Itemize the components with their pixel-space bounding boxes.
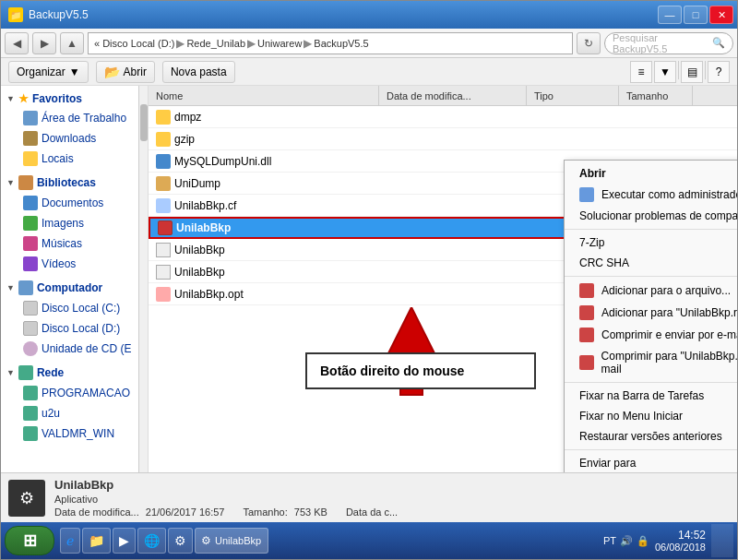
- col-header-size[interactable]: Tamanho: [619, 86, 693, 105]
- new-folder-button[interactable]: Nova pasta: [162, 61, 235, 83]
- file-row[interactable]: gzip: [149, 128, 737, 150]
- taskbar-right: PT 🔊 🔒 14:52 06/08/2018: [603, 524, 733, 557]
- back-button[interactable]: ◀: [5, 32, 29, 54]
- ctx-item-fixar-tarefas[interactable]: Fixar na Barra de Tarefas: [565, 386, 737, 406]
- sidebar-scrollbar[interactable]: [138, 86, 148, 472]
- sidebar-item-u2u[interactable]: u2u: [1, 403, 148, 423]
- context-menu: Abrir Executar como administrador Soluci…: [564, 160, 737, 472]
- programacao-label: PROGRAMACAO: [42, 387, 130, 399]
- computador-expand-icon: ▼: [6, 283, 15, 292]
- clock[interactable]: 14:52 06/08/2018: [655, 529, 706, 553]
- path-segment-1: « Disco Local (D:): [94, 38, 174, 49]
- system-tray-icons: PT 🔊 🔒: [603, 535, 649, 547]
- file-name: UnilabBkp: [174, 266, 225, 279]
- sidebar: ▼ ★ Favoritos Área de Trabalho Downloads…: [1, 86, 149, 472]
- taskbar-explorer-icon[interactable]: 📁: [82, 528, 111, 554]
- rede-header[interactable]: ▼ Rede: [1, 363, 148, 383]
- bibliotecas-label: Bibliotecas: [37, 176, 96, 189]
- favorites-section: ▼ ★ Favoritos Área de Trabalho Downloads…: [1, 89, 148, 169]
- sidebar-item-musicas[interactable]: Músicas: [1, 233, 148, 254]
- file-name: UnilabBkp.opt: [174, 288, 244, 301]
- search-box[interactable]: Pesquisar BackupV5.5 🔍: [604, 32, 733, 54]
- up-button[interactable]: ▲: [60, 32, 84, 54]
- file-row[interactable]: dmpz: [149, 106, 737, 128]
- sidebar-item-disco-c[interactable]: Disco Local (C:): [1, 298, 148, 318]
- rede-icon: [18, 365, 33, 380]
- ctx-item-comprimir-rar-email[interactable]: Comprimir para "UnilabBkp.rar" e enviar …: [565, 346, 737, 379]
- file-name: MySQLDumpUni.dll: [174, 155, 271, 168]
- sidebar-item-programacao[interactable]: PROGRAMACAO: [1, 383, 148, 403]
- ctx-item-adicionar-rar[interactable]: Adicionar para "UnilabBkp.rar": [565, 302, 737, 324]
- disco-d-icon: [23, 321, 38, 336]
- ctx-item-crcsha[interactable]: CRC SHA ▶: [565, 253, 737, 273]
- forward-button[interactable]: ▶: [32, 32, 56, 54]
- bibliotecas-section: ▼ Bibliotecas Documentos Imagens Músicas: [1, 173, 148, 274]
- address-path[interactable]: « Disco Local (D:) ▶ Rede_Unilab ▶ Uniwa…: [88, 32, 573, 54]
- sidebar-item-locais[interactable]: Locais: [1, 149, 148, 169]
- bibliotecas-header[interactable]: ▼ Bibliotecas: [1, 173, 148, 193]
- help-button[interactable]: ?: [708, 61, 730, 83]
- taskbar-media-icon[interactable]: ▶: [113, 528, 136, 554]
- documentos-icon: [23, 196, 38, 210]
- area-de-trabalho-label: Área de Trabalho: [42, 112, 126, 125]
- open-button[interactable]: 📂 Abrir: [96, 61, 155, 83]
- exe-app-icon: [158, 220, 173, 235]
- pane-button[interactable]: ▤: [681, 61, 703, 83]
- ctx-item-abrir[interactable]: Abrir: [565, 163, 737, 184]
- main-content: ▼ ★ Favoritos Área de Trabalho Downloads…: [1, 86, 737, 472]
- taskbar-app-label: UnilabBkp: [215, 535, 261, 546]
- sidebar-item-unidade-cd[interactable]: Unidade de CD (E: [1, 339, 148, 359]
- u2u-label: u2u: [42, 407, 60, 420]
- view-dropdown-button[interactable]: ▼: [654, 61, 676, 83]
- ctx-item-fixar-menu[interactable]: Fixar no Menu Iniciar: [565, 406, 737, 426]
- maximize-button[interactable]: □: [684, 6, 708, 24]
- view-list-button[interactable]: ≡: [630, 61, 652, 83]
- sidebar-item-valdmr[interactable]: VALDMR_WIN: [1, 423, 148, 444]
- ctx-item-executar-admin[interactable]: Executar como administrador: [565, 184, 737, 206]
- txt-icon: [156, 265, 171, 280]
- status-info-row: Data de modifica... 21/06/2017 16:57 Tam…: [54, 506, 398, 518]
- downloads-label: Downloads: [42, 132, 96, 145]
- file-name: UnilabBkp: [176, 221, 231, 234]
- favorites-header[interactable]: ▼ ★ Favoritos: [1, 89, 148, 108]
- start-button[interactable]: ⊞: [5, 526, 54, 555]
- ctx-item-enviar[interactable]: Enviar para ▶: [565, 453, 737, 472]
- sidebar-item-videos[interactable]: Vídeos: [1, 254, 148, 274]
- sidebar-scroll-handle[interactable]: [140, 104, 148, 141]
- favorites-star-icon: ★: [18, 92, 29, 105]
- programacao-icon: [23, 386, 38, 400]
- taskbar-ie-icon[interactable]: ℯ: [60, 528, 80, 554]
- show-desktop-button[interactable]: [711, 524, 733, 557]
- u2u-icon: [23, 406, 38, 421]
- ctx-item-restaurar[interactable]: Restaurar versões anteriores: [565, 426, 737, 447]
- chrome-icon: 🌐: [144, 533, 160, 548]
- organize-label: Organizar: [17, 66, 65, 78]
- ctx-item-comprimir-email[interactable]: Comprimir e enviar por e-mail...: [565, 324, 737, 346]
- sidebar-item-disco-d[interactable]: Disco Local (D:): [1, 318, 148, 339]
- sidebar-item-documentos[interactable]: Documentos: [1, 193, 148, 213]
- sidebar-item-downloads[interactable]: Downloads: [1, 128, 148, 149]
- computador-header[interactable]: ▼ Computador: [1, 278, 148, 298]
- musicas-label: Músicas: [42, 237, 82, 250]
- path-segment-2: Rede_Unilab: [186, 38, 245, 49]
- disco-d-label: Disco Local (D:): [42, 322, 120, 335]
- ctx-item-compatibilidade[interactable]: Solucionar problemas de compatibilidade: [565, 206, 737, 226]
- col-header-type[interactable]: Tipo: [527, 86, 619, 105]
- sidebar-item-area-trabalho[interactable]: Área de Trabalho: [1, 108, 148, 128]
- ctx-item-7zip[interactable]: 7-Zip ▶: [565, 232, 737, 253]
- taskbar-app-item[interactable]: ⚙ UnilabBkp: [195, 528, 268, 554]
- taskbar-chrome-icon[interactable]: 🌐: [137, 528, 166, 554]
- taskbar-settings-icon[interactable]: ⚙: [168, 528, 193, 554]
- col-header-date[interactable]: Data de modifica...: [379, 86, 527, 105]
- close-button[interactable]: ✕: [709, 6, 733, 24]
- ctx-item-adicionar-arquivo[interactable]: Adicionar para o arquivo...: [565, 280, 737, 302]
- minimize-button[interactable]: —: [658, 6, 682, 24]
- refresh-button[interactable]: ↻: [577, 32, 601, 54]
- col-header-name[interactable]: Nome: [149, 86, 379, 105]
- rar-icon: [579, 355, 594, 370]
- txt-icon: [156, 243, 171, 257]
- sidebar-item-imagens[interactable]: Imagens: [1, 213, 148, 233]
- favorites-label: Favoritos: [32, 92, 82, 105]
- organize-button[interactable]: Organizar ▼: [8, 61, 89, 83]
- computador-section: ▼ Computador Disco Local (C:) Disco Loca…: [1, 278, 148, 359]
